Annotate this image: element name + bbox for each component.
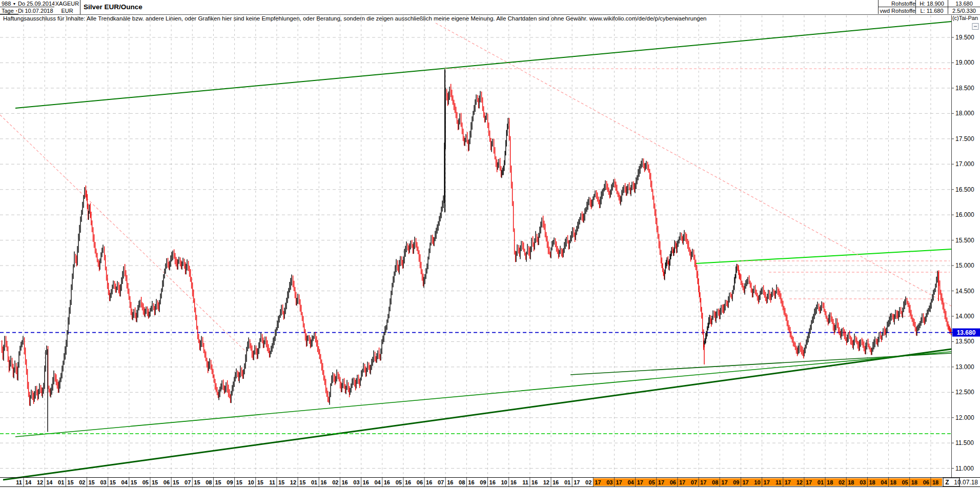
svg-text:11: 11 (775, 479, 782, 485)
horizontal-gridlines (0, 37, 951, 469)
period-low-value: L: 11.680 (915, 7, 948, 14)
svg-text:06: 06 (164, 479, 170, 485)
svg-text:15.000: 15.000 (955, 262, 974, 269)
svg-text:05: 05 (902, 479, 908, 485)
period-high-value: H: 18.900 (915, 0, 948, 7)
svg-text:18.000: 18.000 (955, 110, 974, 117)
bars-count-value: 988 (2, 1, 11, 7)
svg-text:17: 17 (700, 479, 706, 485)
svg-text:05: 05 (649, 479, 655, 485)
svg-text:19.000: 19.000 (955, 59, 974, 66)
svg-text:18.500: 18.500 (955, 85, 974, 92)
svg-text:15: 15 (215, 479, 221, 485)
svg-text:16: 16 (426, 479, 432, 485)
feed-provider: vwd Rohstoffe (878, 7, 917, 14)
date-to-field[interactable]: Di 10.07.2018 (17, 7, 55, 14)
svg-text:04: 04 (627, 479, 634, 485)
svg-text:11.500: 11.500 (955, 439, 974, 446)
svg-text:02: 02 (79, 479, 85, 485)
svg-text:11: 11 (16, 479, 22, 485)
svg-text:12.500: 12.500 (955, 389, 974, 396)
svg-text:10: 10 (501, 479, 507, 485)
svg-text:04: 04 (881, 479, 887, 485)
disclaimer-text: Haftungsausschluss für Inhalte: Alle Tre… (3, 15, 707, 22)
svg-text:03: 03 (353, 479, 359, 485)
svg-text:07: 07 (691, 479, 697, 485)
svg-text:15: 15 (236, 479, 242, 485)
svg-text:12: 12 (290, 479, 296, 485)
copyright-label: (c)Tai-Pan (952, 15, 978, 21)
svg-text:Z: Z (945, 479, 949, 486)
svg-text:10: 10 (248, 479, 254, 485)
svg-text:18: 18 (890, 479, 896, 485)
svg-text:16: 16 (532, 479, 538, 485)
svg-text:14: 14 (46, 479, 53, 485)
svg-text:16.000: 16.000 (955, 211, 974, 218)
svg-text:05: 05 (396, 479, 402, 485)
chart-title: Silver EUR/Ounce (84, 0, 142, 14)
svg-text:01: 01 (818, 479, 824, 485)
tai-pan-chart-window: 19.50019.00018.50018.00017.50017.00016.5… (0, 0, 980, 488)
svg-text:18: 18 (911, 479, 917, 485)
svg-text:18: 18 (869, 479, 875, 485)
axis-current-date: 10.07.18 (954, 479, 978, 486)
svg-text:15: 15 (88, 479, 94, 485)
svg-text:16: 16 (511, 479, 517, 485)
price-bars (2, 69, 951, 432)
svg-text:04: 04 (374, 479, 381, 485)
trend-lines (0, 22, 951, 480)
svg-text:05: 05 (142, 479, 149, 485)
svg-text:16: 16 (553, 479, 559, 485)
svg-text:17.500: 17.500 (955, 135, 974, 143)
svg-text:16: 16 (405, 479, 411, 485)
svg-text:16: 16 (320, 479, 326, 485)
svg-text:04: 04 (121, 479, 128, 485)
svg-text:09: 09 (480, 479, 486, 485)
feed-name: Rohstoffe (878, 0, 917, 7)
svg-text:15: 15 (257, 479, 263, 485)
svg-text:16: 16 (447, 479, 453, 485)
svg-text:11: 11 (522, 479, 528, 485)
svg-text:18: 18 (848, 479, 854, 485)
svg-text:16: 16 (468, 479, 474, 485)
price-change-value: 2.5/0.330 (948, 7, 980, 14)
svg-text:17: 17 (637, 479, 643, 485)
svg-text:17: 17 (806, 479, 812, 485)
svg-text:02: 02 (585, 479, 591, 485)
svg-text:15: 15 (299, 479, 305, 485)
svg-text:12: 12 (37, 479, 43, 485)
svg-text:08: 08 (459, 479, 465, 485)
svg-text:11: 11 (269, 479, 275, 485)
svg-text:17.000: 17.000 (955, 160, 974, 168)
svg-text:17: 17 (764, 479, 770, 485)
svg-text:14.000: 14.000 (955, 313, 974, 320)
svg-text:08: 08 (206, 479, 212, 485)
svg-text:14.500: 14.500 (955, 288, 974, 295)
y-axis-labels: 19.50019.00018.50018.00017.50017.00016.5… (951, 34, 974, 472)
bars-count-dropdown[interactable]: 988 ▼ (0, 0, 18, 7)
svg-text:02: 02 (839, 479, 845, 485)
svg-text:15: 15 (152, 479, 158, 485)
date-from-field[interactable]: Do 25.09.2014 (17, 0, 55, 7)
svg-text:17: 17 (658, 479, 664, 485)
svg-text:01: 01 (311, 479, 317, 485)
svg-text:08: 08 (712, 479, 718, 485)
svg-text:17: 17 (595, 479, 601, 485)
svg-text:16.500: 16.500 (955, 186, 974, 193)
chart-collapse-button[interactable] (972, 24, 978, 30)
period-dropdown[interactable]: Tage ▼ (0, 7, 18, 14)
svg-text:17: 17 (679, 479, 685, 485)
svg-text:17: 17 (616, 479, 622, 485)
svg-text:07: 07 (438, 479, 444, 485)
svg-text:18: 18 (827, 479, 833, 485)
price-chart-svg[interactable]: 19.50019.00018.50018.00017.50017.00016.5… (0, 0, 980, 488)
svg-text:03: 03 (606, 479, 612, 485)
svg-text:17: 17 (785, 479, 791, 485)
svg-text:16: 16 (489, 479, 496, 485)
svg-text:09: 09 (733, 479, 739, 485)
chevron-down-icon: ▼ (12, 2, 16, 6)
svg-text:16: 16 (341, 479, 348, 485)
svg-text:01: 01 (58, 479, 64, 485)
symbol-currency: EUR (54, 7, 80, 14)
svg-text:16: 16 (363, 479, 369, 485)
